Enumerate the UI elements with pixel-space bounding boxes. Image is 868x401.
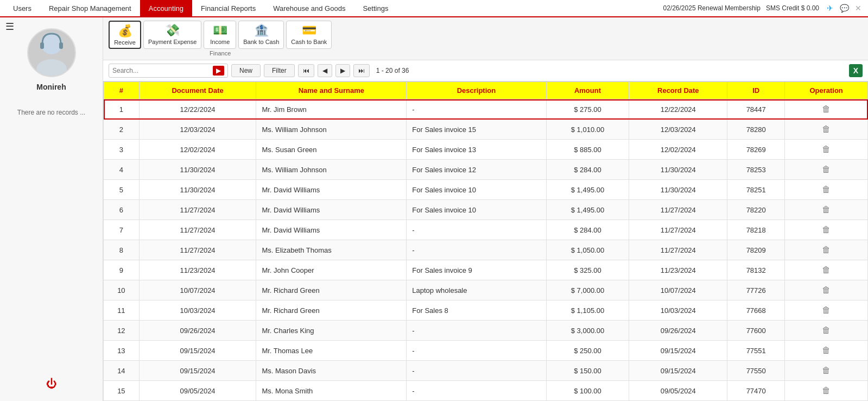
filter-button[interactable]: Filter xyxy=(264,64,295,77)
telegram-icon[interactable]: ✈ xyxy=(825,3,835,14)
last-page-button[interactable]: ⏭ xyxy=(353,64,370,77)
cell-date: 11/30/2024 xyxy=(139,180,256,200)
cell-amount: $ 150.00 xyxy=(546,361,629,381)
cell-name: Ms. Susan Green xyxy=(256,140,407,160)
sidebar: Monireh There are no records ... ⏻ xyxy=(0,17,103,401)
cell-date: 09/05/2024 xyxy=(139,381,256,401)
nav-icons: ✈ 💬 ✕ xyxy=(825,3,864,14)
no-records-text: There are no records ... xyxy=(17,108,85,117)
payment-icon: 💸 xyxy=(165,23,180,37)
table-row[interactable]: 7 11/27/2024 Mr. David Williams - $ 284.… xyxy=(104,220,868,240)
new-button[interactable]: New xyxy=(231,64,261,77)
cash-to-bank-icon: 💳 xyxy=(302,23,316,37)
table-row[interactable]: 9 11/23/2024 Mr. John Cooper For Sales i… xyxy=(104,260,868,280)
whatsapp-icon[interactable]: 💬 xyxy=(839,3,850,14)
table-row[interactable]: 10 10/07/2024 Mr. Richard Green Laptop w… xyxy=(104,280,868,300)
table-row[interactable]: 2 12/03/2024 Ms. William Johnson For Sal… xyxy=(104,120,868,140)
table-row[interactable]: 14 09/15/2024 Ms. Mason Davis - $ 150.00… xyxy=(104,361,868,381)
excel-export-button[interactable]: X xyxy=(849,64,863,77)
search-input[interactable] xyxy=(112,67,211,74)
cell-date: 10/03/2024 xyxy=(139,300,256,321)
income-icon: 💵 xyxy=(213,23,227,37)
receive-icon: 💰 xyxy=(118,24,132,38)
delete-button[interactable]: 🗑 xyxy=(821,284,832,296)
table-row[interactable]: 4 11/30/2024 Ms. William Johnson For Sal… xyxy=(104,160,868,180)
nav-tab-users[interactable]: Users xyxy=(4,0,40,17)
delete-button[interactable]: 🗑 xyxy=(821,344,832,356)
cell-operation: 🗑 xyxy=(785,220,868,240)
nav-tab-warehouse[interactable]: Warehouse and Goods xyxy=(264,0,354,17)
cell-id: 78132 xyxy=(727,260,785,280)
bank-to-cash-button[interactable]: 🏦 Bank to Cash xyxy=(238,21,284,49)
payment-button[interactable]: 💸 Payment Expense xyxy=(143,21,201,49)
delete-button[interactable]: 🗑 xyxy=(821,244,832,256)
table-row[interactable]: 5 11/30/2024 Mr. David Williams For Sale… xyxy=(104,180,868,200)
cell-name: Ms. William Johnson xyxy=(256,120,407,140)
delete-button[interactable]: 🗑 xyxy=(821,365,832,377)
cash-to-bank-button[interactable]: 💳 Cash to Bank xyxy=(286,21,332,49)
cell-date: 11/27/2024 xyxy=(139,200,256,220)
cell-date: 09/15/2024 xyxy=(139,361,256,381)
income-button[interactable]: 💵 Income xyxy=(204,21,236,49)
nav-tab-repair[interactable]: Repair Shop Management xyxy=(40,0,140,17)
delete-button[interactable]: 🗑 xyxy=(821,224,832,236)
table-row[interactable]: 8 11/27/2024 Ms. Elizabeth Thomas - $ 1,… xyxy=(104,240,868,260)
search-box: ▶ xyxy=(109,64,228,78)
cell-num: 14 xyxy=(104,361,140,381)
table-row[interactable]: 3 12/02/2024 Ms. Susan Green For Sales i… xyxy=(104,140,868,160)
cell-date: 11/27/2024 xyxy=(139,240,256,260)
nav-tab-financial[interactable]: Financial Reports xyxy=(192,0,264,17)
cell-name: Mr. David Williams xyxy=(256,220,407,240)
receive-button[interactable]: 💰 Receive xyxy=(109,21,141,49)
finance-label: Finance xyxy=(210,50,231,57)
delete-button[interactable]: 🗑 xyxy=(821,304,832,316)
cell-num: 2 xyxy=(104,120,140,140)
search-go-button[interactable]: ▶ xyxy=(213,66,224,76)
cell-num: 8 xyxy=(104,240,140,260)
delete-button[interactable]: 🗑 xyxy=(821,385,832,397)
cell-operation: 🗑 xyxy=(785,140,868,160)
power-button[interactable]: ⏻ xyxy=(46,378,57,390)
col-header-amount: Amount xyxy=(546,82,629,99)
table-row[interactable]: 12 09/26/2024 Mr. Charles King - $ 3,000… xyxy=(104,321,868,341)
cell-date: 11/23/2024 xyxy=(139,260,256,280)
delete-button[interactable]: 🗑 xyxy=(821,164,832,176)
cell-desc: For Sales invoice 9 xyxy=(407,260,546,280)
prev-page-button[interactable]: ◀ xyxy=(318,64,332,77)
delete-button[interactable]: 🗑 xyxy=(821,324,832,336)
table-row[interactable]: 11 10/03/2024 Mr. Richard Green For Sale… xyxy=(104,300,868,321)
cell-record-date: 11/30/2024 xyxy=(629,160,727,180)
page-info: 1 - 20 of 36 xyxy=(376,67,409,74)
delete-button[interactable]: 🗑 xyxy=(821,143,832,155)
income-label: Income xyxy=(210,39,230,45)
cell-operation: 🗑 xyxy=(785,361,868,381)
table-row[interactable]: 6 11/27/2024 Mr. David Williams For Sale… xyxy=(104,200,868,220)
bank-to-cash-icon: 🏦 xyxy=(254,23,269,37)
delete-button[interactable]: 🗑 xyxy=(821,184,832,196)
first-page-button[interactable]: ⏮ xyxy=(298,64,314,77)
next-page-button[interactable]: ▶ xyxy=(335,64,350,77)
toolbar-group: 💰 Receive 💸 Payment Expense 💵 Income 🏦 B… xyxy=(109,21,332,57)
nav-tab-accounting[interactable]: Accounting xyxy=(140,0,192,17)
cell-record-date: 09/15/2024 xyxy=(629,341,727,361)
delete-button[interactable]: 🗑 xyxy=(821,103,832,115)
cell-name: Mr. Richard Green xyxy=(256,280,407,300)
cell-id: 78209 xyxy=(727,240,785,260)
cell-desc: For Sales invoice 13 xyxy=(407,140,546,160)
delete-button[interactable]: 🗑 xyxy=(821,123,832,135)
delete-button[interactable]: 🗑 xyxy=(821,204,832,216)
svg-point-1 xyxy=(36,59,67,77)
menu-icon[interactable]: ☰ xyxy=(5,21,14,33)
minimize-icon[interactable]: ✕ xyxy=(853,3,864,14)
table-row[interactable]: 15 09/05/2024 Ms. Mona Smith - $ 100.00 … xyxy=(104,381,868,401)
nav-tab-settings[interactable]: Settings xyxy=(354,0,397,17)
cell-operation: 🗑 xyxy=(785,180,868,200)
table-row[interactable]: 13 09/15/2024 Mr. Thomas Lee - $ 250.00 … xyxy=(104,341,868,361)
cell-id: 77726 xyxy=(727,280,785,300)
cell-num: 1 xyxy=(104,99,140,120)
receive-label: Receive xyxy=(114,39,136,46)
cell-operation: 🗑 xyxy=(785,200,868,220)
delete-button[interactable]: 🗑 xyxy=(821,264,832,276)
table-row[interactable]: 1 12/22/2024 Mr. Jim Brown - $ 275.00 12… xyxy=(104,99,868,120)
cell-date: 11/30/2024 xyxy=(139,160,256,180)
